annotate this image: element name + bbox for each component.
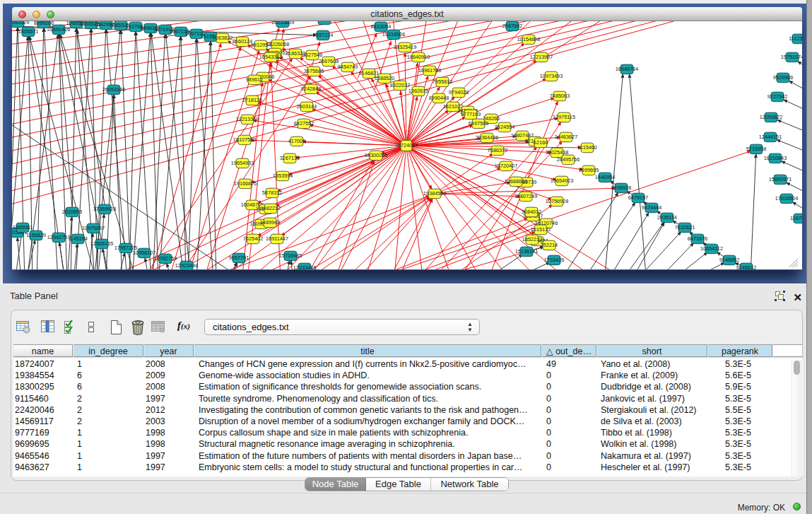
svg-text:1156829: 1156829 <box>26 232 46 238</box>
svg-text:13226058: 13226058 <box>266 41 289 47</box>
svg-text:1112345: 1112345 <box>789 35 802 42</box>
svg-text:3084012: 3084012 <box>522 209 541 215</box>
svg-text:1482212: 1482212 <box>261 205 281 211</box>
svg-text:8427552: 8427552 <box>294 120 314 127</box>
svg-text:8660124: 8660124 <box>233 38 252 45</box>
svg-text:15716485: 15716485 <box>279 252 302 259</box>
svg-text:15692971: 15692971 <box>769 176 792 182</box>
svg-text:10756928: 10756928 <box>546 198 568 204</box>
svg-text:10975867: 10975867 <box>82 225 105 231</box>
svg-text:19384554: 19384554 <box>423 190 446 197</box>
svg-text:12923448: 12923448 <box>175 262 198 269</box>
svg-text:18300295: 18300295 <box>365 152 387 158</box>
svg-text:12975115: 12975115 <box>553 114 575 120</box>
svg-text:6479197: 6479197 <box>628 194 648 201</box>
svg-text:16911447: 16911447 <box>266 235 288 242</box>
svg-text:9115460: 9115460 <box>577 144 597 151</box>
svg-text:5215958: 5215958 <box>746 146 766 152</box>
svg-text:12213369: 12213369 <box>236 116 259 122</box>
svg-text:14463627: 14463627 <box>555 134 577 140</box>
svg-text:16648784: 16648784 <box>616 66 638 72</box>
svg-text:9227342: 9227342 <box>767 93 787 100</box>
svg-text:26053346: 26053346 <box>102 86 125 93</box>
svg-text:12444151: 12444151 <box>759 134 782 140</box>
svg-text:12093822: 12093822 <box>760 114 782 120</box>
svg-text:1145194: 1145194 <box>68 235 88 242</box>
svg-text:10154808: 10154808 <box>517 36 540 42</box>
svg-text:12942757: 12942757 <box>47 234 70 240</box>
svg-text:19166825: 19166825 <box>234 180 257 187</box>
svg-text:1167534: 1167534 <box>790 215 802 221</box>
svg-text:8938928: 8938928 <box>611 185 631 191</box>
svg-text:15136141: 15136141 <box>515 248 538 255</box>
svg-text:2603144: 2603144 <box>297 103 317 110</box>
svg-text:18724007: 18724007 <box>395 142 418 148</box>
svg-text:10688609: 10688609 <box>505 178 527 185</box>
svg-text:16033809: 16033809 <box>271 21 294 25</box>
svg-text:12213967: 12213967 <box>530 54 553 60</box>
svg-text:1385061: 1385061 <box>13 224 33 230</box>
svg-text:3624554: 3624554 <box>495 124 514 130</box>
svg-text:1588520: 1588520 <box>375 75 394 81</box>
svg-text:20364436: 20364436 <box>476 134 498 141</box>
svg-text:1300346: 1300346 <box>314 21 334 23</box>
svg-text:17016504: 17016504 <box>775 195 798 201</box>
svg-text:1733426: 1733426 <box>544 257 564 263</box>
svg-text:8454749: 8454749 <box>338 64 358 70</box>
svg-text:62160: 62160 <box>534 139 548 146</box>
svg-text:5878332: 5878332 <box>262 189 282 196</box>
svg-text:8099206: 8099206 <box>34 21 54 26</box>
svg-text:9794028: 9794028 <box>449 89 469 95</box>
svg-text:9242848: 9242848 <box>301 86 321 92</box>
svg-text:16107553: 16107553 <box>233 136 256 143</box>
svg-text:8322037: 8322037 <box>390 82 410 88</box>
svg-text:8813054: 8813054 <box>371 23 391 30</box>
svg-text:19654923: 19654923 <box>551 177 573 184</box>
svg-text:9474444: 9474444 <box>642 204 661 211</box>
svg-text:252214: 252214 <box>541 242 558 248</box>
svg-text:10973493: 10973493 <box>540 73 563 79</box>
svg-text:19654933: 19654933 <box>231 160 254 166</box>
svg-text:2020655: 2020655 <box>62 209 82 215</box>
svg-text:3875685: 3875685 <box>304 68 324 74</box>
svg-text:9657791: 9657791 <box>229 255 249 261</box>
svg-text:2667608: 2667608 <box>319 58 339 64</box>
svg-text:15720407: 15720407 <box>495 163 517 169</box>
svg-text:7386372: 7386372 <box>488 147 507 153</box>
svg-text:10958107: 10958107 <box>133 250 155 256</box>
svg-text:1615132: 1615132 <box>531 226 551 233</box>
svg-text:16953324: 16953324 <box>12 21 29 25</box>
svg-text:417006: 417006 <box>288 138 305 144</box>
svg-text:6497568: 6497568 <box>469 120 488 127</box>
svg-text:16782759: 16782759 <box>154 255 177 262</box>
svg-text:8471676: 8471676 <box>688 235 707 242</box>
svg-text:1440954: 1440954 <box>595 174 615 180</box>
svg-text:9245652: 9245652 <box>719 257 739 263</box>
svg-text:8990448: 8990448 <box>429 95 449 101</box>
svg-text:16543382: 16543382 <box>259 54 282 60</box>
svg-text:9777169: 9777169 <box>461 111 481 117</box>
svg-text:1353594: 1353594 <box>273 173 293 179</box>
svg-text:12033448: 12033448 <box>293 264 316 269</box>
svg-text:12505135: 12505135 <box>90 240 113 247</box>
svg-text:3267130: 3267130 <box>280 155 300 161</box>
svg-text:13325419: 13325419 <box>394 44 416 50</box>
svg-text:18640910: 18640910 <box>407 54 430 60</box>
svg-text:10654112: 10654112 <box>700 245 723 252</box>
svg-text:2935114: 2935114 <box>657 214 677 221</box>
svg-text:15751074: 15751074 <box>781 54 802 60</box>
svg-text:16961758: 16961758 <box>418 67 441 74</box>
svg-text:16210643: 16210643 <box>764 155 787 161</box>
svg-text:2087682: 2087682 <box>502 23 522 29</box>
svg-text:9699695: 9699695 <box>579 167 599 173</box>
svg-text:2718126: 2718126 <box>242 97 262 103</box>
svg-text:7955812: 7955812 <box>433 78 452 85</box>
svg-text:7625402: 7625402 <box>243 235 263 242</box>
svg-text:1362615: 1362615 <box>408 88 428 94</box>
svg-text:9245612: 9245612 <box>736 264 756 269</box>
svg-text:18807249: 18807249 <box>514 193 537 199</box>
svg-text:7485063: 7485063 <box>550 93 570 99</box>
svg-text:17359928: 17359928 <box>93 206 116 212</box>
svg-text:1405571: 1405571 <box>18 28 38 35</box>
svg-text:7357224: 7357224 <box>313 32 333 38</box>
